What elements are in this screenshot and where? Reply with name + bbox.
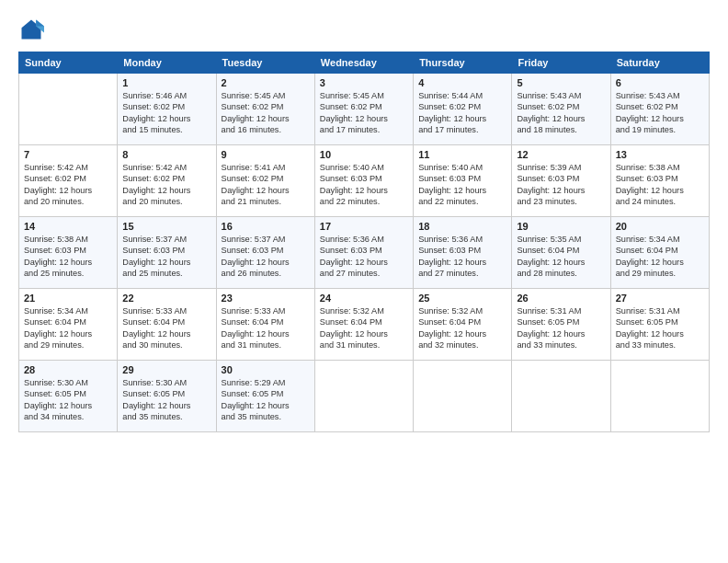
day-number: 2: [222, 77, 310, 88]
day-info: Sunrise: 5:42 AM Sunset: 6:02 PM Dayligh…: [24, 162, 112, 208]
calendar-cell: 9Sunrise: 5:41 AM Sunset: 6:02 PM Daylig…: [216, 145, 314, 217]
day-info: Sunrise: 5:29 AM Sunset: 6:05 PM Dayligh…: [222, 377, 310, 423]
day-number: 7: [24, 149, 112, 160]
logo-icon: [18, 17, 44, 42]
calendar-cell: 3Sunrise: 5:45 AM Sunset: 6:02 PM Daylig…: [314, 74, 413, 145]
calendar-header-row: SundayMondayTuesdayWednesdayThursdayFrid…: [19, 52, 710, 74]
page: SundayMondayTuesdayWednesdayThursdayFrid…: [0, 0, 728, 563]
day-info: Sunrise: 5:33 AM Sunset: 6:04 PM Dayligh…: [122, 305, 210, 351]
calendar-week-row: 7Sunrise: 5:42 AM Sunset: 6:02 PM Daylig…: [19, 145, 710, 217]
logo: [18, 17, 48, 42]
calendar-cell: 6Sunrise: 5:43 AM Sunset: 6:02 PM Daylig…: [610, 74, 709, 145]
day-number: 1: [122, 77, 210, 88]
day-info: Sunrise: 5:36 AM Sunset: 6:03 PM Dayligh…: [320, 234, 408, 280]
calendar-cell: 2Sunrise: 5:45 AM Sunset: 6:02 PM Daylig…: [216, 74, 314, 145]
day-number: 8: [122, 149, 210, 160]
day-info: Sunrise: 5:30 AM Sunset: 6:05 PM Dayligh…: [24, 377, 112, 423]
day-number: 4: [418, 77, 506, 88]
day-info: Sunrise: 5:40 AM Sunset: 6:03 PM Dayligh…: [320, 162, 408, 208]
calendar-week-row: 14Sunrise: 5:38 AM Sunset: 6:03 PM Dayli…: [19, 217, 710, 289]
day-info: Sunrise: 5:38 AM Sunset: 6:03 PM Dayligh…: [24, 234, 112, 280]
day-info: Sunrise: 5:36 AM Sunset: 6:03 PM Dayligh…: [418, 234, 506, 280]
header: [18, 17, 710, 42]
calendar-week-row: 28Sunrise: 5:30 AM Sunset: 6:05 PM Dayli…: [19, 361, 710, 432]
calendar-cell: 20Sunrise: 5:34 AM Sunset: 6:04 PM Dayli…: [610, 217, 709, 289]
day-info: Sunrise: 5:43 AM Sunset: 6:02 PM Dayligh…: [616, 90, 704, 136]
weekday-header: Sunday: [19, 52, 118, 74]
day-info: Sunrise: 5:33 AM Sunset: 6:04 PM Dayligh…: [222, 305, 310, 351]
day-number: 27: [616, 293, 704, 304]
calendar-cell: 8Sunrise: 5:42 AM Sunset: 6:02 PM Daylig…: [118, 145, 216, 217]
day-number: 28: [24, 364, 112, 375]
day-number: 30: [222, 364, 310, 375]
weekday-header: Thursday: [414, 52, 512, 74]
day-info: Sunrise: 5:34 AM Sunset: 6:04 PM Dayligh…: [24, 305, 112, 351]
day-info: Sunrise: 5:34 AM Sunset: 6:04 PM Dayligh…: [616, 234, 704, 280]
calendar-week-row: 1Sunrise: 5:46 AM Sunset: 6:02 PM Daylig…: [19, 74, 710, 145]
day-number: 29: [122, 364, 210, 375]
calendar-cell: 15Sunrise: 5:37 AM Sunset: 6:03 PM Dayli…: [118, 217, 216, 289]
calendar-cell: 27Sunrise: 5:31 AM Sunset: 6:05 PM Dayli…: [610, 289, 709, 361]
day-number: 11: [418, 149, 506, 160]
day-number: 5: [517, 77, 605, 88]
calendar-cell: 11Sunrise: 5:40 AM Sunset: 6:03 PM Dayli…: [414, 145, 512, 217]
day-number: 3: [320, 77, 408, 88]
day-number: 20: [616, 221, 704, 232]
day-info: Sunrise: 5:31 AM Sunset: 6:05 PM Dayligh…: [517, 305, 605, 351]
calendar-cell: 18Sunrise: 5:36 AM Sunset: 6:03 PM Dayli…: [414, 217, 512, 289]
day-info: Sunrise: 5:42 AM Sunset: 6:02 PM Dayligh…: [122, 162, 210, 208]
calendar-cell: [314, 361, 413, 432]
day-number: 13: [616, 149, 704, 160]
day-number: 24: [320, 293, 408, 304]
day-info: Sunrise: 5:37 AM Sunset: 6:03 PM Dayligh…: [222, 234, 310, 280]
day-number: 14: [24, 221, 112, 232]
day-number: 25: [418, 293, 506, 304]
day-number: 9: [222, 149, 310, 160]
day-info: Sunrise: 5:31 AM Sunset: 6:05 PM Dayligh…: [616, 305, 704, 351]
day-info: Sunrise: 5:44 AM Sunset: 6:02 PM Dayligh…: [418, 90, 506, 136]
calendar-cell: [610, 361, 709, 432]
day-number: 22: [122, 293, 210, 304]
day-number: 17: [320, 221, 408, 232]
calendar-cell: [19, 74, 118, 145]
day-info: Sunrise: 5:32 AM Sunset: 6:04 PM Dayligh…: [418, 305, 506, 351]
day-info: Sunrise: 5:35 AM Sunset: 6:04 PM Dayligh…: [517, 234, 605, 280]
day-info: Sunrise: 5:43 AM Sunset: 6:02 PM Dayligh…: [517, 90, 605, 136]
calendar-cell: 25Sunrise: 5:32 AM Sunset: 6:04 PM Dayli…: [414, 289, 512, 361]
day-info: Sunrise: 5:40 AM Sunset: 6:03 PM Dayligh…: [418, 162, 506, 208]
day-number: 15: [122, 221, 210, 232]
calendar-cell: 30Sunrise: 5:29 AM Sunset: 6:05 PM Dayli…: [216, 361, 314, 432]
calendar-cell: 26Sunrise: 5:31 AM Sunset: 6:05 PM Dayli…: [512, 289, 610, 361]
day-info: Sunrise: 5:32 AM Sunset: 6:04 PM Dayligh…: [320, 305, 408, 351]
weekday-header: Saturday: [610, 52, 709, 74]
day-number: 18: [418, 221, 506, 232]
calendar-cell: 29Sunrise: 5:30 AM Sunset: 6:05 PM Dayli…: [118, 361, 216, 432]
day-number: 26: [517, 293, 605, 304]
day-number: 16: [222, 221, 310, 232]
calendar-cell: 13Sunrise: 5:38 AM Sunset: 6:03 PM Dayli…: [610, 145, 709, 217]
calendar-cell: 12Sunrise: 5:39 AM Sunset: 6:03 PM Dayli…: [512, 145, 610, 217]
day-info: Sunrise: 5:46 AM Sunset: 6:02 PM Dayligh…: [122, 90, 210, 136]
day-number: 12: [517, 149, 605, 160]
weekday-header: Tuesday: [216, 52, 314, 74]
day-info: Sunrise: 5:45 AM Sunset: 6:02 PM Dayligh…: [320, 90, 408, 136]
calendar-cell: 24Sunrise: 5:32 AM Sunset: 6:04 PM Dayli…: [314, 289, 413, 361]
calendar-cell: [512, 361, 610, 432]
calendar-cell: 21Sunrise: 5:34 AM Sunset: 6:04 PM Dayli…: [19, 289, 118, 361]
day-info: Sunrise: 5:39 AM Sunset: 6:03 PM Dayligh…: [517, 162, 605, 208]
calendar-cell: [414, 361, 512, 432]
day-info: Sunrise: 5:45 AM Sunset: 6:02 PM Dayligh…: [222, 90, 310, 136]
day-number: 6: [616, 77, 704, 88]
calendar-cell: 10Sunrise: 5:40 AM Sunset: 6:03 PM Dayli…: [314, 145, 413, 217]
calendar-cell: 28Sunrise: 5:30 AM Sunset: 6:05 PM Dayli…: [19, 361, 118, 432]
day-info: Sunrise: 5:38 AM Sunset: 6:03 PM Dayligh…: [616, 162, 704, 208]
calendar-cell: 17Sunrise: 5:36 AM Sunset: 6:03 PM Dayli…: [314, 217, 413, 289]
day-info: Sunrise: 5:37 AM Sunset: 6:03 PM Dayligh…: [122, 234, 210, 280]
calendar-week-row: 21Sunrise: 5:34 AM Sunset: 6:04 PM Dayli…: [19, 289, 710, 361]
day-info: Sunrise: 5:30 AM Sunset: 6:05 PM Dayligh…: [122, 377, 210, 423]
day-number: 19: [517, 221, 605, 232]
svg-marker-2: [36, 20, 44, 27]
day-number: 21: [24, 293, 112, 304]
calendar-cell: 7Sunrise: 5:42 AM Sunset: 6:02 PM Daylig…: [19, 145, 118, 217]
weekday-header: Monday: [118, 52, 216, 74]
